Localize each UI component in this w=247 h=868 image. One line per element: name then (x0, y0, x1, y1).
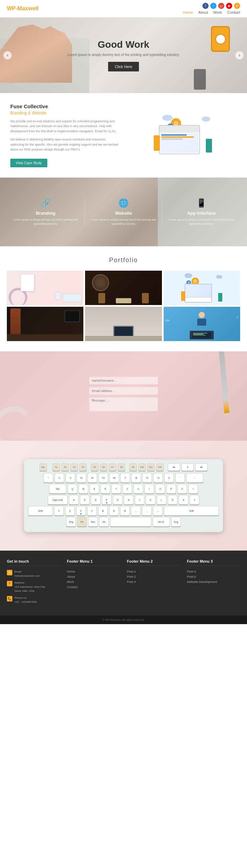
key-y[interactable]: Y (54, 506, 64, 516)
key-n[interactable]: N (109, 506, 119, 516)
key-f6[interactable]: F6 (100, 463, 107, 471)
key-3[interactable]: §3 (77, 473, 86, 483)
footer-menu1-contact[interactable]: Contact (67, 585, 120, 589)
footer-menu2-post3[interactable]: Post-3 (127, 580, 180, 584)
view-case-study-button[interactable]: View Case Study (10, 159, 47, 167)
key-ue[interactable]: Ü (177, 484, 187, 494)
key-l[interactable]: L (157, 495, 166, 505)
key-play[interactable]: ⏸ (181, 463, 194, 471)
key-strg-right[interactable]: Strg (171, 517, 181, 527)
nav-contact[interactable]: Contact (227, 10, 240, 14)
portfolio-item-1[interactable] (7, 271, 83, 305)
key-f9[interactable]: F9 (129, 463, 137, 471)
key-6[interactable]: &6 (109, 473, 119, 483)
footer-menu3-post4[interactable]: Post-4 (187, 570, 240, 573)
rss-icon[interactable]: ⊙ (234, 3, 240, 9)
key-m[interactable]: M (120, 506, 130, 516)
key-u[interactable]: U (133, 484, 143, 494)
key-9[interactable]: )9 (142, 473, 152, 483)
youtube-icon[interactable]: ▶ (226, 3, 232, 9)
key-plus[interactable]: + (188, 484, 198, 494)
key-0[interactable]: =0 (153, 473, 163, 483)
hero-arrow-right[interactable]: › (235, 51, 244, 59)
key-backspace[interactable]: ← (186, 473, 203, 483)
key-p[interactable]: P (166, 484, 176, 494)
key-z[interactable]: Z (122, 484, 132, 494)
key-dash[interactable]: _- (153, 506, 163, 516)
key-f7[interactable]: F7 (109, 463, 116, 471)
key-sz[interactable]: ß (164, 473, 174, 483)
key-prev[interactable]: ⏮ (168, 463, 180, 471)
key-o[interactable]: O (155, 484, 165, 494)
key-d[interactable]: D (91, 495, 101, 505)
key-5[interactable]: %5 (98, 473, 108, 483)
key-next[interactable]: ⏭ (195, 463, 208, 471)
key-esc[interactable]: Esc (39, 463, 47, 471)
google-plus-icon[interactable]: g+ (218, 3, 224, 9)
footer-menu1-work[interactable]: Work (67, 580, 120, 584)
key-t[interactable]: T (111, 484, 121, 494)
key-a[interactable]: A (69, 495, 79, 505)
key-period[interactable]: :. (142, 506, 152, 516)
key-s[interactable]: S (80, 495, 90, 505)
key-8[interactable]: (8 (131, 473, 141, 483)
key-1[interactable]: !1 (55, 473, 64, 483)
twitter-icon[interactable]: t (210, 3, 216, 9)
contact-name-input[interactable] (89, 377, 158, 384)
contact-message-input[interactable] (89, 397, 158, 411)
key-w[interactable]: W (79, 484, 88, 494)
key-f5[interactable]: F5 (91, 463, 98, 471)
key-alt-left[interactable]: Alt (99, 517, 109, 527)
key-f3[interactable]: F3 (70, 463, 78, 471)
key-shift-left[interactable]: Shift (28, 506, 53, 516)
key-f8[interactable]: F8 (118, 463, 125, 471)
key-hash[interactable]: # (190, 495, 199, 505)
hero-arrow-left[interactable]: ‹ (3, 51, 12, 59)
key-7[interactable]: /7 (120, 473, 130, 483)
key-h[interactable]: H (124, 495, 133, 505)
key-q[interactable]: Q (68, 484, 77, 494)
key-g[interactable]: G (113, 495, 122, 505)
portfolio-item-5[interactable] (85, 307, 162, 341)
contact-email-input[interactable] (89, 387, 158, 395)
key-4[interactable]: $4 (87, 473, 97, 483)
footer-menu2-post1[interactable]: Post-1 (127, 570, 180, 573)
key-f10[interactable]: F10 (138, 463, 146, 471)
key-i[interactable]: I (144, 484, 154, 494)
portfolio-item-4[interactable] (7, 307, 83, 341)
key-e[interactable]: E (90, 484, 99, 494)
key-x[interactable]: X (65, 506, 75, 516)
key-f1[interactable]: F1 (52, 463, 60, 471)
footer-menu2-post2[interactable]: Post-2 (127, 575, 180, 578)
key-comma[interactable]: ;, (131, 506, 141, 516)
footer-menu1-home[interactable]: Home (67, 570, 120, 573)
portfolio-item-6[interactable]: </> {} (164, 307, 240, 341)
nav-about[interactable]: About (198, 10, 208, 14)
footer-menu1-about[interactable]: About (67, 575, 120, 578)
key-j[interactable]: J (135, 495, 144, 505)
key-acute[interactable]: ´ (175, 473, 185, 483)
nav-work[interactable]: Work (213, 10, 222, 14)
facebook-icon[interactable]: f (202, 3, 209, 9)
key-ae[interactable]: Ä (179, 495, 188, 505)
key-capslock[interactable]: Caps lock (48, 495, 68, 505)
key-f2[interactable]: F2 (61, 463, 69, 471)
key-k[interactable]: K (146, 495, 155, 505)
hero-cta-button[interactable]: Click Here (108, 62, 139, 71)
nav-home[interactable]: Home (183, 10, 193, 14)
footer-menu3-post5[interactable]: Post-5 (187, 575, 240, 578)
key-caret[interactable]: ^ (44, 473, 53, 483)
footer-menu3-webdev[interactable]: Website Development (187, 580, 240, 584)
key-2[interactable]: "2 (66, 473, 75, 483)
key-f4[interactable]: F4 (79, 463, 87, 471)
portfolio-item-2[interactable] (85, 271, 162, 305)
key-tab[interactable]: Tab (49, 484, 66, 494)
key-space[interactable] (110, 517, 151, 527)
key-v[interactable]: V (87, 506, 97, 516)
key-f11[interactable]: F11 (147, 463, 155, 471)
key-win[interactable]: Win (88, 517, 98, 527)
key-oe[interactable]: Ö (168, 495, 177, 505)
key-f[interactable]: F (102, 495, 111, 505)
key-b[interactable]: B (98, 506, 108, 516)
key-alt-gr[interactable]: Alt Gr (153, 517, 170, 527)
